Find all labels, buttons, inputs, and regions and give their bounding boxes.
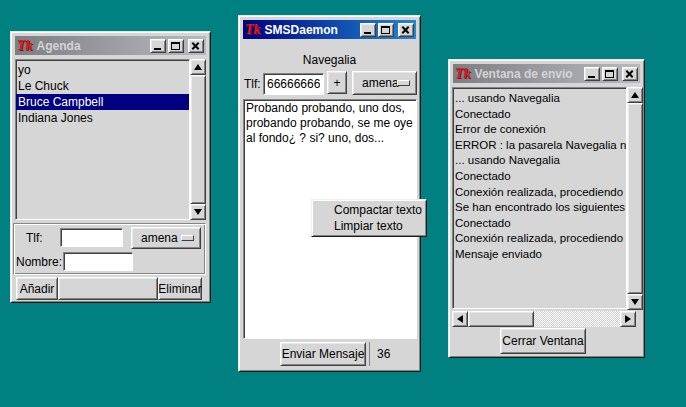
envio-window-title: Ventana de envio — [475, 67, 573, 81]
maximize-button[interactable] — [168, 39, 184, 53]
scroll-down-button[interactable] — [190, 204, 206, 220]
log-horizontal-scrollbar[interactable] — [452, 311, 636, 327]
log-list-item[interactable]: ... usando Navegalia — [453, 153, 626, 169]
scroll-left-button[interactable] — [452, 311, 468, 327]
minimize-button[interactable] — [360, 23, 376, 37]
minimize-icon — [588, 76, 595, 78]
context-menu-item[interactable]: Limpiar texto — [312, 218, 426, 234]
log-vertical-scrollbar[interactable] — [627, 87, 643, 310]
contact-listbox[interactable]: yoLe ChuckBruce CampbellIndiana Jones — [15, 59, 190, 220]
optionmenu-indicator-icon — [181, 235, 194, 241]
log-list-item[interactable]: ERROR : la pasarela Navegalia no pu — [453, 138, 626, 154]
close-button[interactable] — [188, 39, 204, 53]
scroll-up-button[interactable] — [190, 59, 206, 75]
log-list-item[interactable]: Error de conexión — [453, 122, 626, 138]
close-button[interactable] — [398, 23, 414, 37]
add-contact-button[interactable]: Añadir — [16, 277, 58, 300]
close-window-button[interactable]: Cerrar Ventana — [500, 328, 586, 354]
scroll-right-icon — [625, 315, 631, 323]
send-log-listbox[interactable]: ... usando NavegaliaConectadoError de co… — [452, 87, 627, 309]
log-list-item[interactable]: Se han encontrado los siguientes cod — [453, 200, 626, 216]
tlf-label: Tlf: — [244, 77, 261, 91]
scroll-down-icon — [631, 299, 639, 305]
agenda-titlebar[interactable]: Tk Agenda — [15, 36, 206, 55]
scroll-left-icon — [457, 315, 463, 323]
contact-list-item[interactable]: Le Chuck — [16, 78, 189, 94]
delete-contact-button[interactable]: Eliminar — [158, 277, 202, 300]
context-menu-item[interactable]: Compactar texto — [312, 202, 426, 218]
envio-window: Tk Ventana de envio ... usando Navegalia… — [448, 59, 645, 358]
log-list-item[interactable]: Conectado — [453, 169, 626, 185]
smsdaemon-window-title: SMSDaemon — [265, 23, 338, 37]
scroll-down-button[interactable] — [627, 294, 643, 310]
scroll-thumb[interactable] — [627, 103, 643, 294]
button-bar-spacer — [58, 277, 158, 300]
tk-logo-icon: Tk — [17, 39, 33, 53]
scroll-up-button[interactable] — [627, 87, 643, 103]
phone-input[interactable] — [263, 73, 324, 95]
minimize-icon — [154, 48, 161, 50]
window-controls — [150, 39, 204, 53]
scroll-right-button[interactable] — [620, 311, 636, 327]
minimize-icon — [364, 32, 371, 34]
maximize-button[interactable] — [602, 67, 618, 81]
window-controls — [584, 67, 638, 81]
agenda-window-title: Agenda — [37, 39, 81, 53]
close-button[interactable] — [622, 67, 638, 81]
window-controls — [360, 23, 414, 37]
maximize-icon — [605, 70, 614, 78]
scroll-down-icon — [194, 209, 202, 215]
log-list-item[interactable]: Conectado — [453, 216, 626, 232]
maximize-icon — [381, 26, 390, 34]
log-list-item[interactable]: ... usando Navegalia — [453, 91, 626, 107]
contact-list-scrollbar[interactable] — [190, 59, 206, 220]
maximize-button[interactable] — [378, 23, 394, 37]
char-count-label: 36 — [369, 342, 390, 366]
gateway-label: Navegalia — [239, 53, 420, 67]
tk-logo-icon: Tk — [455, 67, 471, 81]
scroll-up-icon — [194, 64, 202, 70]
optionmenu-indicator-icon — [397, 80, 410, 86]
log-list-item[interactable]: Conectado — [453, 107, 626, 123]
operator-value: amena — [362, 76, 399, 90]
log-list-item[interactable]: Mensaje enviado — [453, 247, 626, 263]
minimize-button[interactable] — [150, 39, 166, 53]
scroll-up-icon — [631, 92, 639, 98]
log-list-item[interactable]: Conexión realizada, procediendo — [453, 231, 626, 247]
message-text: Probando probando, uno dos, probando pro… — [244, 100, 416, 147]
agenda-window: Tk Agenda yoLe ChuckBruce CampbellIndian… — [10, 31, 211, 303]
maximize-icon — [171, 42, 180, 50]
envio-titlebar[interactable]: Tk Ventana de envio — [453, 64, 640, 83]
send-message-button[interactable]: Enviar Mensaje — [280, 342, 366, 366]
text-context-menu: Compactar textoLimpiar texto — [311, 199, 427, 237]
log-list-item[interactable]: Conexión realizada, procediendo — [453, 185, 626, 201]
operator-value: amena — [141, 231, 178, 245]
contact-list-item[interactable]: yo — [16, 62, 189, 78]
add-number-button[interactable]: + — [327, 71, 347, 94]
operator-dropdown[interactable]: amena — [131, 227, 201, 249]
tlf-label: Tlf: — [26, 231, 43, 245]
nombre-input[interactable] — [63, 252, 133, 271]
contact-form-frame: Tlf: amena Nombre: — [13, 223, 206, 275]
tlf-input[interactable] — [60, 228, 123, 247]
contact-list-item[interactable]: Indiana Jones — [16, 110, 189, 126]
tk-logo-icon: Tk — [245, 23, 261, 37]
scroll-thumb[interactable] — [190, 75, 206, 204]
operator-dropdown[interactable]: amena — [352, 71, 417, 95]
contact-list-item[interactable]: Bruce Campbell — [16, 94, 189, 110]
smsdaemon-titlebar[interactable]: Tk SMSDaemon — [243, 20, 416, 39]
nombre-label: Nombre: — [16, 255, 62, 269]
scroll-thumb[interactable] — [468, 311, 534, 327]
minimize-button[interactable] — [584, 67, 600, 81]
smsdaemon-window: Tk SMSDaemon Navegalia Tlf: + amena Prob… — [238, 15, 421, 372]
